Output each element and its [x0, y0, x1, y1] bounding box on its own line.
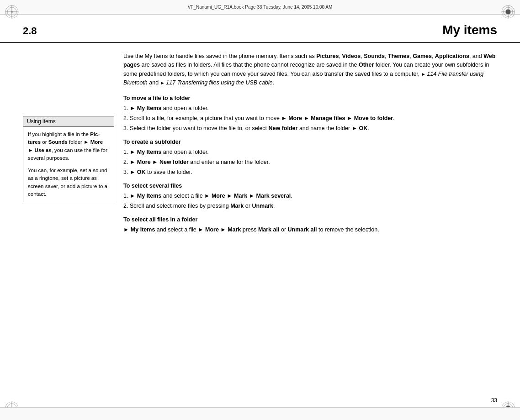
- step1-arrow: ► My Items: [130, 105, 161, 111]
- left-column: Using items If you highlight a file in t…: [23, 52, 114, 398]
- intro-bold-videos: Videos: [342, 53, 361, 59]
- intro-link2: 117 Transferring files using the USB cab…: [166, 79, 272, 86]
- sidebar-box-header: Using items: [23, 116, 114, 127]
- sidebar-para2: You can, for example, set a sound as a r…: [28, 167, 109, 198]
- intro-bold-pictures: Pictures: [316, 53, 339, 59]
- subfolder-step3: 3. ► OK to save the folder.: [123, 168, 497, 177]
- subfolder-step1: 1. ► My Items and open a folder.: [123, 148, 497, 157]
- subfolder-s3-ok: ► OK: [130, 169, 146, 175]
- sa-unmark-all: Unmark all: [288, 226, 317, 233]
- select-several-section: To select several files 1. ► My Items an…: [123, 183, 497, 211]
- intro-bold-sounds: Sounds: [364, 53, 385, 59]
- ss-unmark: Unmark: [252, 203, 273, 209]
- select-several-step1: 1. ► My Items and select a file ► More ►…: [123, 192, 497, 200]
- step2-more: ► More ► Manage files ► Move to folder: [281, 115, 393, 121]
- section-title: My items: [59, 23, 497, 37]
- select-several-steps: 1. ► My Items and select a file ► More ►…: [123, 192, 497, 211]
- intro-bold-themes: Themes: [388, 53, 409, 59]
- body-area: Using items If you highlight a file in t…: [0, 43, 520, 407]
- bottom-bar: [0, 407, 520, 420]
- top-bar-text: VF_Nanami_UG_R1A.book Page 33 Tuesday, J…: [188, 5, 333, 10]
- intro-bold-games: Games: [413, 53, 432, 59]
- sidebar-use-as: ► Use as: [28, 147, 52, 153]
- intro-arrow1: [421, 71, 427, 77]
- main-content: 2.8 My items Using items If you highligh…: [0, 15, 520, 407]
- select-all-section: To select all files in a folder ► My Ite…: [123, 216, 497, 234]
- top-bar: VF_Nanami_UG_R1A.book Page 33 Tuesday, J…: [0, 0, 520, 15]
- move-file-step2: 2. Scroll to a file, for example, a pict…: [123, 114, 497, 123]
- section-number: 2.8: [23, 25, 50, 37]
- ss-step1-more: ► More ► Mark ► Mark several: [204, 193, 291, 199]
- sa-items: ► My Items: [123, 226, 155, 233]
- subfolder-s2-more: ► More ► New folder: [130, 159, 189, 165]
- intro-bold-other: Other: [359, 62, 374, 68]
- sidebar-bold-sounds: Sounds: [48, 139, 68, 145]
- ss-mark: Mark: [230, 203, 244, 209]
- sidebar-box-body: If you highlight a file in the Pic­tures…: [23, 127, 114, 202]
- move-file-section: To move a file to a folder 1. ► My Items…: [123, 95, 497, 133]
- ss-step1: ► My Items: [130, 193, 161, 199]
- move-file-steps: 1. ► My Items and open a folder. 2. Scro…: [123, 104, 497, 133]
- create-subfolder-section: To create a subfolder 1. ► My Items and …: [123, 139, 497, 177]
- intro-bold-applications: Applications: [435, 53, 469, 59]
- sa-mark-all: Mark all: [258, 226, 280, 233]
- sidebar-para1: If you highlight a file in the Pic­tures…: [28, 131, 109, 162]
- move-file-step1: 1. ► My Items and open a folder.: [123, 104, 497, 113]
- subfolder-s1-items: ► My Items: [130, 149, 161, 155]
- subfolder-step2: 2. ► More ► New folder and enter a name …: [123, 158, 497, 167]
- select-all-title: To select all files in a folder: [123, 216, 497, 223]
- sa-more-mark: ► More ► Mark: [198, 226, 241, 233]
- page-number: 33: [491, 397, 497, 404]
- create-subfolder-title: To create a subfolder: [123, 139, 497, 145]
- sidebar-box: Using items If you highlight a file in t…: [23, 116, 114, 202]
- select-all-body: ► My Items and select a file ► More ► Ma…: [123, 226, 497, 234]
- move-file-step3: 3. Select the folder you want to move th…: [123, 124, 497, 133]
- move-file-title: To move a file to a folder: [123, 95, 497, 101]
- right-column: Use the My Items to handle files saved i…: [123, 52, 497, 398]
- svg-point-4: [11, 11, 13, 13]
- step3-new-folder: New folder: [269, 125, 298, 131]
- select-several-title: To select several files: [123, 183, 497, 189]
- section-header: 2.8 My items: [0, 15, 520, 43]
- create-subfolder-steps: 1. ► My Items and open a folder. 2. ► Mo…: [123, 148, 497, 177]
- select-several-step2: 2. Scroll and select more files by press…: [123, 202, 497, 210]
- step3-ok: ► OK: [352, 125, 368, 131]
- sidebar-more1: ► More: [84, 139, 103, 145]
- intro-paragraph: Use the My Items to handle files saved i…: [123, 52, 497, 88]
- intro-arrow2: [160, 79, 166, 86]
